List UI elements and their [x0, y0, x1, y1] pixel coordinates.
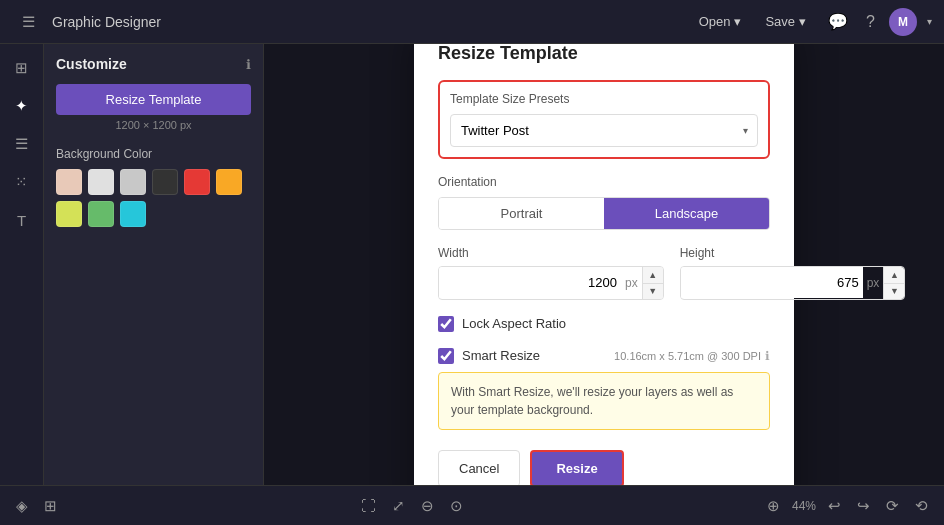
canvas-area: 🌟 $$$ LE! RDS LE! RDS BUSINESS T CARD ba…	[264, 44, 944, 485]
smart-resize-note: With Smart Resize, we'll resize your lay…	[438, 372, 770, 430]
avatar-chevron-icon: ▾	[927, 16, 932, 27]
orientation-tabs: Portrait Landscape	[438, 197, 770, 230]
modal-actions: Cancel Resize	[438, 450, 770, 486]
width-input-wrapper: px ▲ ▼	[438, 266, 664, 300]
add-page-icon[interactable]: ⊕	[763, 493, 784, 519]
customize-panel: Customize ℹ Resize Template 1200 × 1200 …	[44, 44, 264, 485]
swatch-gray[interactable]	[120, 169, 146, 195]
height-unit: px	[863, 276, 884, 290]
dimensions-row: Width px ▲ ▼ Height	[438, 246, 770, 300]
panel-info-icon[interactable]: ℹ	[246, 57, 251, 72]
height-decrement-button[interactable]: ▼	[884, 283, 904, 299]
resize-modal: Resize Template Template Size Presets Tw…	[414, 44, 794, 485]
color-swatches	[56, 169, 251, 227]
resize-button[interactable]: Resize	[530, 450, 623, 486]
open-button[interactable]: Open ▾	[691, 10, 750, 33]
grid-icon[interactable]: ⊞	[40, 493, 61, 519]
smart-resize-checkbox[interactable]	[438, 348, 454, 364]
landscape-tab[interactable]: Landscape	[604, 198, 769, 229]
portrait-tab[interactable]: Portrait	[439, 198, 604, 229]
zoom-level: 44%	[792, 499, 816, 513]
lock-aspect-row: Lock Aspect Ratio	[438, 316, 770, 332]
chat-icon[interactable]: 💬	[824, 8, 852, 35]
height-increment-button[interactable]: ▲	[884, 267, 904, 283]
open-chevron-icon: ▾	[734, 14, 741, 29]
redo-icon[interactable]: ↪	[853, 493, 874, 519]
swatch-light-gray[interactable]	[88, 169, 114, 195]
preset-section: Template Size Presets Twitter Post ▾	[438, 80, 770, 159]
width-unit: px	[621, 276, 642, 290]
layers-icon[interactable]: ☰	[6, 128, 38, 160]
main-area: ⊞ ✦ ☰ ⁙ T Customize ℹ Resize Template 12…	[0, 44, 944, 485]
swatch-red[interactable]	[184, 169, 210, 195]
template-size-label: 1200 × 1200 px	[56, 119, 251, 131]
customize-icon[interactable]: ✦	[6, 90, 38, 122]
modal-overlay: Resize Template Template Size Presets Tw…	[264, 44, 944, 485]
left-sidebar: ⊞ ✦ ☰ ⁙ T	[0, 44, 44, 485]
swatch-amber[interactable]	[216, 169, 242, 195]
bottom-left-tools: ◈ ⊞	[12, 493, 61, 519]
width-field: Width px ▲ ▼	[438, 246, 664, 300]
menu-icon[interactable]: ☰	[12, 6, 44, 38]
background-color-label: Background Color	[56, 147, 251, 161]
swatch-dark[interactable]	[152, 169, 178, 195]
panel-title: Customize	[56, 56, 127, 72]
elements-icon[interactable]: ⁙	[6, 166, 38, 198]
avatar[interactable]: M	[889, 8, 917, 36]
bottom-right-tools: ⊕ 44% ↩ ↪ ⟳ ⟲	[763, 493, 932, 519]
history-icon[interactable]: ⟳	[882, 493, 903, 519]
height-field: Height px ▲ ▼	[680, 246, 906, 300]
app-title: Graphic Designer	[52, 14, 161, 30]
bottom-toolbar: ◈ ⊞ ⛶ ⤢ ⊖ ⊙ ⊕ 44% ↩ ↪ ⟳ ⟲	[0, 485, 944, 525]
width-decrement-button[interactable]: ▼	[643, 283, 663, 299]
preset-select[interactable]: Twitter Post	[450, 114, 758, 147]
swatch-green[interactable]	[88, 201, 114, 227]
panel-header: Customize ℹ	[56, 56, 251, 72]
cancel-button[interactable]: Cancel	[438, 450, 520, 486]
text-icon[interactable]: T	[6, 204, 38, 236]
height-input-wrapper: px ▲ ▼	[680, 266, 906, 300]
topbar: ☰ Graphic Designer Open ▾ Save ▾ 💬 ? M ▾	[0, 0, 944, 44]
help-icon[interactable]: ?	[862, 9, 879, 35]
swatch-cyan[interactable]	[120, 201, 146, 227]
background-color-section: Background Color	[56, 147, 251, 227]
smart-resize-row: Smart Resize 10.16cm x 5.71cm @ 300 DPI …	[438, 348, 770, 364]
pages-icon[interactable]: ⊞	[6, 52, 38, 84]
swatch-lime[interactable]	[56, 201, 82, 227]
bottom-center-tools: ⛶ ⤢ ⊖ ⊙	[357, 493, 467, 519]
preset-select-wrapper: Twitter Post ▾	[450, 114, 758, 147]
lock-aspect-label: Lock Aspect Ratio	[462, 316, 566, 331]
zoom-minus-icon[interactable]: ⊙	[446, 493, 467, 519]
resize-template-button[interactable]: Resize Template	[56, 84, 251, 115]
height-input[interactable]	[681, 267, 863, 298]
preset-label: Template Size Presets	[450, 92, 758, 106]
width-input[interactable]	[439, 267, 621, 298]
fit-icon[interactable]: ⤢	[388, 493, 409, 519]
orientation-label: Orientation	[438, 175, 770, 189]
more-icon[interactable]: ⟲	[911, 493, 932, 519]
save-chevron-icon: ▾	[799, 14, 806, 29]
height-spinners: ▲ ▼	[883, 267, 904, 299]
width-label: Width	[438, 246, 664, 260]
smart-resize-info-icon[interactable]: ℹ	[765, 349, 770, 363]
width-spinners: ▲ ▼	[642, 267, 663, 299]
undo-icon[interactable]: ↩	[824, 493, 845, 519]
height-label: Height	[680, 246, 906, 260]
save-button[interactable]: Save ▾	[757, 10, 814, 33]
width-increment-button[interactable]: ▲	[643, 267, 663, 283]
fullscreen-icon[interactable]: ⛶	[357, 493, 380, 518]
modal-title: Resize Template	[438, 44, 770, 64]
lock-aspect-checkbox[interactable]	[438, 316, 454, 332]
layers-bottom-icon[interactable]: ◈	[12, 493, 32, 519]
swatch-peach[interactable]	[56, 169, 82, 195]
smart-resize-dims: 10.16cm x 5.71cm @ 300 DPI ℹ	[614, 349, 770, 363]
zoom-out-icon[interactable]: ⊖	[417, 493, 438, 519]
smart-resize-label: Smart Resize	[462, 348, 540, 363]
